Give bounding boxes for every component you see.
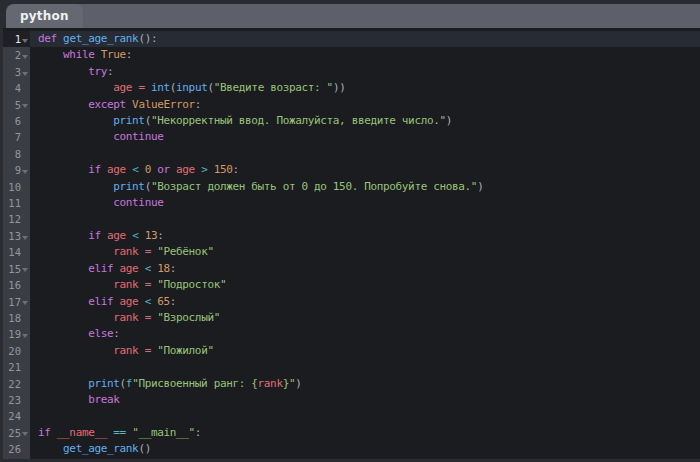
- fold-chevron-icon[interactable]: [21, 268, 29, 272]
- code-text: rank = "Ребёнок": [30, 244, 700, 260]
- code-line: 17 elif age < 65:: [3, 294, 700, 310]
- line-number: 26: [3, 441, 21, 457]
- line-number: 7: [3, 129, 21, 145]
- code-text: continue: [30, 195, 700, 211]
- code-text: rank = "Пожилой": [30, 343, 700, 359]
- code-text: if age < 0 or age > 150:: [30, 162, 700, 178]
- line-number: 3: [3, 64, 21, 80]
- line-number: 14: [3, 244, 21, 260]
- code-line: 25if __name__ == "__main__":: [3, 425, 700, 441]
- code-text: continue: [30, 129, 700, 145]
- code-text: get_age_rank(): [30, 441, 700, 457]
- code-line-filler: [3, 458, 700, 459]
- code-text: except ValueError:: [30, 97, 700, 113]
- code-line: 20 rank = "Пожилой": [3, 343, 700, 359]
- code-text: [30, 408, 700, 424]
- fold-chevron-icon[interactable]: [21, 39, 29, 43]
- code-line: 21: [3, 359, 700, 375]
- line-number: 8: [3, 146, 21, 162]
- line-number: 12: [3, 211, 21, 227]
- code-text: [30, 458, 700, 459]
- line-gutter: 20: [3, 343, 30, 359]
- line-number: 15: [3, 261, 21, 277]
- code-text: [30, 146, 700, 162]
- code-text: if age < 13:: [30, 228, 700, 244]
- line-gutter: 21: [3, 359, 30, 375]
- line-number: 24: [3, 408, 21, 424]
- line-gutter: [3, 458, 30, 459]
- code-line: 12: [3, 211, 700, 227]
- line-gutter: 18: [3, 310, 30, 326]
- line-number: 5: [3, 97, 21, 113]
- code-line: 4 age = int(input("Введите возраст: ")): [3, 80, 700, 96]
- line-gutter: 1: [3, 31, 30, 47]
- code-text: if __name__ == "__main__":: [30, 425, 700, 441]
- language-label: python: [20, 9, 69, 23]
- code-lines: 1def get_age_rank():2 while True:3 try:4…: [3, 31, 700, 459]
- code-line: 11 continue: [3, 195, 700, 211]
- code-text: [30, 359, 700, 375]
- code-line: 18 rank = "Взрослый": [3, 310, 700, 326]
- code-text: elif age < 18:: [30, 261, 700, 277]
- line-number: 20: [3, 343, 21, 359]
- code-line: 23 break: [3, 392, 700, 408]
- code-text: elif age < 65:: [30, 294, 700, 310]
- code-line: 10 print("Возраст должен быть от 0 до 15…: [3, 179, 700, 195]
- code-text: print("Возраст должен быть от 0 до 150. …: [30, 179, 700, 195]
- code-text: rank = "Взрослый": [30, 310, 700, 326]
- code-text: [30, 211, 700, 227]
- line-gutter: 23: [3, 392, 30, 408]
- code-line: 15 elif age < 18:: [3, 261, 700, 277]
- fold-chevron-icon[interactable]: [21, 72, 29, 76]
- line-number: 23: [3, 392, 21, 408]
- line-number: 21: [3, 359, 21, 375]
- code-line: 2 while True:: [3, 47, 700, 63]
- fold-chevron-icon[interactable]: [21, 55, 29, 59]
- line-gutter: 26: [3, 441, 30, 457]
- line-number: 17: [3, 294, 21, 310]
- code-text: break: [30, 392, 700, 408]
- line-gutter: 7: [3, 129, 30, 145]
- code-text: age = int(input("Введите возраст: ")): [30, 80, 700, 96]
- fold-chevron-icon[interactable]: [21, 432, 29, 436]
- page: python 1def get_age_rank():2 while True:…: [0, 0, 700, 462]
- line-number: 22: [3, 376, 21, 392]
- fold-chevron-icon[interactable]: [21, 334, 29, 338]
- language-tab: python: [6, 4, 83, 28]
- code-line: 19 else:: [3, 326, 700, 342]
- code-line: 26 get_age_rank(): [3, 441, 700, 457]
- code-line: 5 except ValueError:: [3, 97, 700, 113]
- line-gutter: 10: [3, 179, 30, 195]
- line-number: 1: [3, 31, 21, 47]
- fold-chevron-icon[interactable]: [21, 301, 29, 305]
- line-gutter: 8: [3, 146, 30, 162]
- line-number: 2: [3, 47, 21, 63]
- line-gutter: 3: [3, 64, 30, 80]
- code-line: 3 try:: [3, 64, 700, 80]
- line-number: 19: [3, 326, 21, 342]
- code-line: 7 continue: [3, 129, 700, 145]
- line-gutter: 11: [3, 195, 30, 211]
- code-text: print("Некорректный ввод. Пожалуйста, вв…: [30, 113, 700, 129]
- line-gutter: 17: [3, 294, 30, 310]
- line-number: 11: [3, 195, 21, 211]
- line-number: 16: [3, 277, 21, 293]
- code-block-header: python: [6, 4, 700, 28]
- line-number: 4: [3, 80, 21, 96]
- code-line: 9 if age < 0 or age > 150:: [3, 162, 700, 178]
- line-number: 25: [3, 425, 21, 441]
- line-gutter: 16: [3, 277, 30, 293]
- line-gutter: 4: [3, 80, 30, 96]
- fold-chevron-icon[interactable]: [21, 236, 29, 240]
- fold-chevron-icon[interactable]: [21, 170, 29, 174]
- fold-chevron-icon[interactable]: [21, 104, 29, 108]
- code-text: rank = "Подросток": [30, 277, 700, 293]
- code-line: 24: [3, 408, 700, 424]
- code-line: 16 rank = "Подросток": [3, 277, 700, 293]
- code-text: else:: [30, 326, 700, 342]
- line-gutter: 13: [3, 228, 30, 244]
- code-text: try:: [30, 64, 700, 80]
- code-line: 8: [3, 146, 700, 162]
- code-text: while True:: [30, 47, 700, 63]
- line-gutter: 2: [3, 47, 30, 63]
